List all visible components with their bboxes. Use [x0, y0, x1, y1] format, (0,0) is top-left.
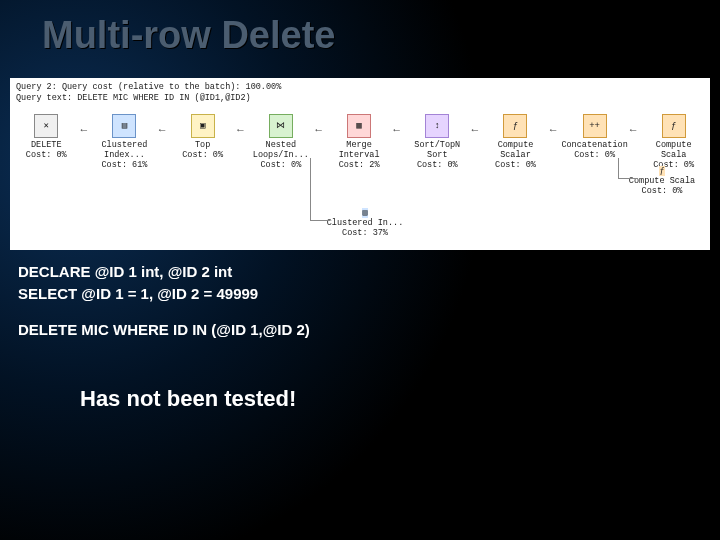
- table-icon: ▤: [362, 208, 367, 218]
- plan-header-line1: Query 2: Query cost (relative to the bat…: [16, 82, 704, 93]
- plan-node-compute-scala-2: ƒ Compute Scala Cost: 0%: [622, 166, 702, 196]
- arrow-icon: ←: [630, 124, 640, 136]
- node-label: Compute Scala: [629, 176, 695, 186]
- sort-icon: ↕: [425, 114, 449, 138]
- arrow-icon: ←: [550, 124, 560, 136]
- plan-node-compute-scalar: ƒ Compute Scalar Cost: 0%: [483, 114, 548, 170]
- nested-loops-icon: ⋈: [269, 114, 293, 138]
- plan-node-top: ▣ Top Cost: 0%: [170, 114, 235, 160]
- compute-scalar-icon: ƒ: [662, 114, 686, 138]
- node-label: DELETE: [31, 140, 62, 150]
- node-cost: Cost: 0%: [26, 150, 67, 160]
- sql-line-1: DECLARE @ID 1 int, @ID 2 int: [18, 262, 310, 282]
- connector-line: [618, 178, 638, 179]
- merge-icon: ▦: [347, 114, 371, 138]
- node-cost: Cost: 0%: [417, 160, 458, 170]
- node-label: Concatenation: [561, 140, 627, 150]
- node-label: Top: [195, 140, 210, 150]
- plan-header: Query 2: Query cost (relative to the bat…: [10, 78, 710, 104]
- sql-line-2: SELECT @ID 1 = 1, @ID 2 = 49999: [18, 284, 310, 304]
- plan-node-sort: ↕ Sort/TopN Sort Cost: 0%: [405, 114, 470, 170]
- arrow-icon: ←: [237, 124, 247, 136]
- plan-node-row: ✕ DELETE Cost: 0% ← ▤ Clustered Index...…: [10, 104, 710, 170]
- concatenation-icon: ++: [583, 114, 607, 138]
- node-cost: Cost: 0%: [574, 150, 615, 160]
- execution-plan-panel: Query 2: Query cost (relative to the bat…: [10, 78, 710, 250]
- arrow-icon: ←: [472, 124, 482, 136]
- top-icon: ▣: [191, 114, 215, 138]
- node-cost: Cost: 61%: [102, 160, 148, 170]
- sql-line-3: DELETE MIC WHERE ID IN (@ID 1,@ID 2): [18, 320, 310, 340]
- node-cost: Cost: 2%: [339, 160, 380, 170]
- node-cost: Cost: 0%: [182, 150, 223, 160]
- sql-code-block: DECLARE @ID 1 int, @ID 2 int SELECT @ID …: [18, 262, 310, 340]
- warning-text: Has not been tested!: [80, 386, 296, 412]
- plan-node-delete: ✕ DELETE Cost: 0%: [14, 114, 79, 160]
- compute-scalar-icon: ƒ: [659, 166, 664, 176]
- node-label: Nested Loops/In...: [249, 140, 314, 160]
- node-label: Compute Scala: [641, 140, 706, 160]
- plan-node-concatenation: ++ Concatenation Cost: 0%: [561, 114, 627, 160]
- plan-node-nested-loops: ⋈ Nested Loops/In... Cost: 0%: [249, 114, 314, 170]
- plan-node-merge-interval: ▦ Merge Interval Cost: 2%: [327, 114, 392, 170]
- node-cost: Cost: 37%: [342, 228, 388, 238]
- table-icon: ▤: [112, 114, 136, 138]
- node-cost: Cost: 0%: [260, 160, 301, 170]
- plan-node-compute-scala-1: ƒ Compute Scala Cost: 0%: [641, 114, 706, 170]
- connector-line: [618, 158, 619, 178]
- arrow-icon: ←: [81, 124, 91, 136]
- node-label: Merge Interval: [327, 140, 392, 160]
- compute-scalar-icon: ƒ: [503, 114, 527, 138]
- node-label: Clustered In...: [327, 218, 404, 228]
- connector-line: [310, 158, 311, 220]
- arrow-icon: ←: [315, 124, 325, 136]
- plan-node-clustered-index-seek: ▤ Clustered In... Cost: 37%: [320, 208, 410, 238]
- node-label: Compute Scalar: [483, 140, 548, 160]
- node-label: Clustered Index...: [92, 140, 157, 160]
- node-cost: Cost: 0%: [642, 186, 683, 196]
- arrow-icon: ←: [393, 124, 403, 136]
- plan-header-line2: Query text: DELETE MIC WHERE ID IN (@ID1…: [16, 93, 704, 104]
- node-label: Sort/TopN Sort: [405, 140, 470, 160]
- node-cost: Cost: 0%: [495, 160, 536, 170]
- arrow-icon: ←: [159, 124, 169, 136]
- connector-line: [310, 220, 330, 221]
- plan-node-clustered-index: ▤ Clustered Index... Cost: 61%: [92, 114, 157, 170]
- slide: Multi-row Delete Query 2: Query cost (re…: [0, 0, 720, 540]
- slide-title: Multi-row Delete: [42, 14, 335, 57]
- delete-icon: ✕: [34, 114, 58, 138]
